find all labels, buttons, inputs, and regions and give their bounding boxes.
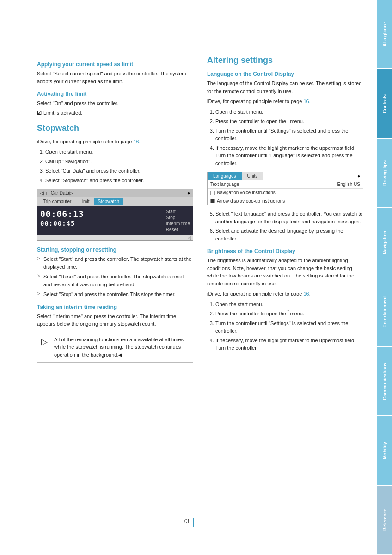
- lang-tab-units[interactable]: Units: [242, 172, 263, 180]
- sidebar-tab-entertainment[interactable]: Entertainment: [377, 278, 392, 346]
- sw-tab-stopwatch[interactable]: Stopwatch: [94, 198, 123, 205]
- sidebar-tab-communications[interactable]: Communications: [377, 347, 392, 415]
- sw-ctrl-reset: Reset: [166, 227, 190, 232]
- sidebar-tab-controls[interactable]: Controls: [377, 69, 392, 138]
- applying-text: Select "Select current speed" and press …: [37, 70, 193, 85]
- sw-ctrl-stop: Stop: [166, 215, 190, 220]
- stopwatch-steps-list: Open the start menu. Call up "Navigation…: [45, 148, 193, 184]
- language-step-5: Select "Text language" and press the con…: [215, 210, 363, 225]
- sidebar-tab-navigation[interactable]: Navigation: [377, 208, 392, 277]
- language-idrive: iDrive, for operating principle refer to…: [207, 98, 363, 105]
- starting-bullet-2: Select "Reset" and press the controller.…: [37, 273, 193, 288]
- language-steps-5-6: Select "Text language" and press the con…: [215, 210, 363, 242]
- sidebar-tab-reference[interactable]: Reference: [377, 486, 392, 554]
- activating-text: Select "On" and press the controller.: [37, 99, 193, 107]
- applying-title: Applying your current speed as limit: [37, 61, 193, 68]
- stopwatch-step-2: Call up "Navigation".: [45, 158, 193, 166]
- language-title: Language on the Control Display: [207, 71, 363, 77]
- stopwatch-step-3: Select "Car Data" and press the controll…: [45, 167, 193, 175]
- brightness-step-2: Press the controller to open the i menu.: [215, 310, 363, 318]
- sw-header-title: ◻ Car Data▷: [46, 191, 73, 196]
- note-box: ▷ All of the remaining functions remain …: [37, 332, 193, 363]
- sw-nav-tabs: Trip computer Limit Stopwatch: [37, 197, 193, 206]
- checkmark-icon: ☑: [37, 110, 42, 116]
- lang-checkbox-voice: [210, 191, 215, 195]
- brightness-text: The brightness is automatically adapted …: [207, 257, 363, 287]
- stopwatch-idrive: iDrive, for operating principle refer to…: [37, 138, 193, 146]
- right-column: Altering settings Language on the Contro…: [207, 56, 363, 536]
- language-step-3: Turn the controller until "Settings" is …: [215, 127, 363, 142]
- altering-title: Altering settings: [207, 56, 363, 65]
- stopwatch-step-1: Open the start menu.: [45, 148, 193, 156]
- footer-line: [193, 518, 194, 527]
- sw-header-close: ●: [187, 191, 190, 196]
- sw-times: 00:06:13 00:00:45: [40, 209, 84, 232]
- lang-row-arrow: Arrow display pop-up instructions: [208, 197, 363, 205]
- brightness-idrive: iDrive, for operating principle refer to…: [207, 290, 363, 298]
- lang-row-voice: Navigation voice instructions: [208, 189, 363, 197]
- sidebar: At a glance Controls Driving tips Naviga…: [377, 0, 392, 555]
- sidebar-tab-at-a-glance[interactable]: At a glance: [377, 0, 392, 68]
- sw-time-secondary: 00:00:45: [40, 220, 84, 227]
- brightness-step-1: Open the start menu.: [215, 301, 363, 308]
- brightness-steps-list: Open the start menu. Press the controlle…: [215, 301, 363, 352]
- language-steps-list: Open the start menu. Press the controlle…: [215, 108, 363, 167]
- note-icon: ▷: [41, 336, 50, 359]
- brightness-page-ref[interactable]: 16: [304, 291, 309, 296]
- stopwatch-title: Stopwatch: [37, 123, 193, 133]
- lang-tab-languages[interactable]: Languages: [208, 172, 242, 180]
- sw-tab-trip[interactable]: Trip computer: [39, 198, 75, 205]
- lang-row-text-language: Text language English US: [208, 180, 363, 189]
- sw-header: ◁ ◻ Car Data▷ ●: [37, 189, 193, 197]
- sw-controls: Start Stop Interim time Reset: [166, 209, 190, 232]
- lang-table-header: Languages Units ●: [208, 172, 363, 180]
- sw-body: 00:06:13 00:00:45 Start Stop Interim tim…: [37, 206, 193, 235]
- brightness-step-3: Turn the controller until "Settings" is …: [215, 320, 363, 335]
- brightness-step-4: If necessary, move the highlight marker …: [215, 337, 363, 352]
- sw-small-text: ◁: [37, 235, 193, 240]
- language-text: The language of the Control Display can …: [207, 80, 363, 95]
- language-table: Languages Units ● Text language English …: [207, 172, 363, 205]
- lang-checkbox-arrow: [210, 199, 215, 204]
- language-page-ref[interactable]: 16: [304, 99, 309, 104]
- page-number: 73: [183, 518, 189, 527]
- sidebar-tab-driving-tips[interactable]: Driving tips: [377, 139, 392, 207]
- starting-title: Starting, stopping or resetting: [37, 247, 193, 253]
- interim-title: Taking an interim time reading: [37, 304, 193, 310]
- sw-ctrl-start: Start: [166, 209, 190, 214]
- lang-tab-star: ●: [355, 172, 363, 180]
- starting-bullet-3: Select "Stop" and press the controller. …: [37, 290, 193, 298]
- note-text: All of the remaining functions remain av…: [54, 336, 189, 359]
- brightness-title: Brightness of the Control Display: [207, 248, 363, 254]
- interim-text: Select "Interim time" and press the cont…: [37, 313, 193, 328]
- language-step-4: If necessary, move the highlight marker …: [215, 144, 363, 167]
- page-footer: 73: [0, 518, 377, 527]
- sidebar-tab-mobility[interactable]: Mobility: [377, 416, 392, 485]
- stopwatch-page-ref[interactable]: 16: [134, 139, 139, 144]
- language-step-6: Select and activate the desired language…: [215, 227, 363, 242]
- sw-header-icon: ◁: [40, 191, 44, 196]
- sw-tab-limit[interactable]: Limit: [76, 198, 93, 205]
- starting-bullet-1: Select "Start" and press the controller.…: [37, 255, 193, 271]
- starting-bullets: Select "Start" and press the controller.…: [37, 255, 193, 298]
- sw-time-main: 00:06:13: [40, 209, 84, 219]
- sw-ctrl-interim: Interim time: [166, 221, 190, 226]
- stopwatch-display: ◁ ◻ Car Data▷ ● Trip computer Limit Stop…: [37, 189, 193, 241]
- left-column: Applying your current speed as limit Sel…: [37, 56, 193, 536]
- activating-check: ☑ Limit is activated.: [37, 110, 193, 116]
- activating-title: Activating the limit: [37, 91, 193, 97]
- language-step-2: Press the controller to open the i menu.: [215, 117, 363, 125]
- language-step-1: Open the start menu.: [215, 108, 363, 116]
- stopwatch-step-4: Select "Stopwatch" and press the control…: [45, 177, 193, 185]
